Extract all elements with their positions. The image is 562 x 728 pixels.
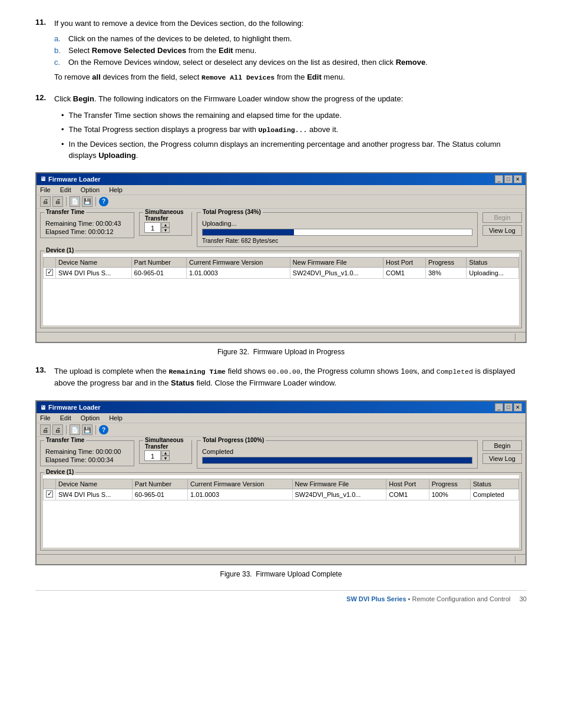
row-new-fw-2: SW24DVI_Plus_v1.0...: [292, 489, 386, 500]
row-status-2: Completed: [470, 489, 518, 500]
figure-33-desc: Firmware Upload Complete: [256, 570, 342, 578]
toolbar-sep-2: [95, 197, 96, 206]
remaining-time-row-2: Remaining Time: 00:00:00: [45, 448, 129, 455]
fw-window-1: 🖥 Firmware Loader _ □ ✕ File Edit Option…: [35, 172, 527, 344]
row-check-2[interactable]: [44, 489, 56, 500]
menu-edit-2[interactable]: Edit: [60, 414, 71, 421]
help-icon-2[interactable]: ?: [99, 425, 108, 434]
step-12-bullets: The Transfer Time section shows the rema…: [61, 110, 527, 162]
begin-button-2[interactable]: Begin: [482, 440, 522, 451]
menu-help-2[interactable]: Help: [109, 414, 123, 421]
row-device-name-1: SW4 DVI Plus S...: [56, 267, 132, 278]
fw-title-2: 🖥 Firmware Loader: [40, 404, 101, 411]
col-status-2: Status: [470, 479, 518, 489]
spin-up-1[interactable]: ▲: [161, 222, 170, 228]
device-table-header-1: Device Name Part Number Current Firmware…: [44, 257, 519, 267]
toolbar-icon-4[interactable]: 💾: [82, 196, 92, 207]
fw-top-row-2: Transfer Time Remaining Time: 00:00:00 E…: [40, 440, 522, 469]
fw-menubar-1: File Edit Option Help: [37, 185, 525, 195]
fw-titlebar-1: 🖥 Firmware Loader _ □ ✕: [37, 173, 525, 185]
fw-top-row-1: Transfer Time Remaining Time: 00:00:43 E…: [40, 212, 522, 247]
bullet-3: In the Devices section, the Progress col…: [61, 139, 527, 162]
toolbar-icon-8[interactable]: 💾: [82, 424, 92, 435]
transfer-time-1: Transfer Time Remaining Time: 00:00:43 E…: [40, 212, 134, 238]
col-host-port-1: Host Port: [384, 257, 426, 267]
transfer-time-label-1: Transfer Time: [44, 209, 86, 215]
menu-option-1[interactable]: Option: [81, 186, 100, 193]
toolbar-icon-5[interactable]: 🖨: [40, 424, 51, 435]
row-part-num-1: 60-965-01: [131, 267, 186, 278]
fw-body-2: Transfer Time Remaining Time: 00:00:00 E…: [37, 437, 525, 554]
elapsed-label-1: Elapsed Time:: [45, 228, 87, 235]
empty-row-2: [44, 500, 519, 548]
simultaneous-input-1[interactable]: 1: [144, 222, 161, 233]
col-device-name-2: Device Name: [56, 479, 133, 489]
spinner-arrows-2[interactable]: ▲ ▼: [161, 450, 170, 461]
toolbar-sep-1: [66, 197, 67, 206]
menu-help-1[interactable]: Help: [109, 186, 123, 193]
col-status-1: Status: [467, 257, 519, 267]
fw-controls-2[interactable]: _ □ ✕: [495, 403, 522, 411]
step-13-content: The upload is complete when the Remainin…: [54, 365, 527, 393]
maximize-button-2[interactable]: □: [504, 403, 513, 411]
fw-bottom-bar-2: [37, 554, 525, 564]
menu-file-2[interactable]: File: [40, 414, 51, 421]
scrollbar-h-1[interactable]: [39, 334, 515, 341]
step-11c: c. On the Remove Devices window, select …: [54, 58, 527, 67]
simultaneous-input-2[interactable]: 1: [144, 450, 161, 461]
toolbar-icon-3[interactable]: 📄: [70, 196, 80, 207]
figure-32-label: Figure 32.: [217, 348, 249, 356]
step-13-text: The upload is complete when the Remainin…: [54, 365, 527, 388]
total-progress-1: Total Progress (34%) Uploading... Transf…: [197, 212, 478, 247]
device-table-wrapper-1: Device Name Part Number Current Firmware…: [43, 253, 519, 326]
elapsed-value-2: 00:00:34: [88, 456, 114, 463]
view-log-button-2[interactable]: View Log: [482, 453, 522, 464]
menu-option-2[interactable]: Option: [81, 414, 100, 421]
close-button-1[interactable]: ✕: [514, 175, 522, 183]
help-icon-1[interactable]: ?: [99, 197, 108, 206]
menu-file-1[interactable]: File: [40, 186, 51, 193]
fw-bottom-bar-1: [37, 332, 525, 342]
step-11c-letter: c.: [54, 58, 68, 67]
scrollbar-corner-1: [515, 334, 523, 341]
view-log-button-1[interactable]: View Log: [482, 225, 522, 236]
progress-fill-1: [203, 229, 294, 235]
menu-edit-1[interactable]: Edit: [60, 186, 71, 193]
total-progress-2: Total Progress (100%) Completed: [197, 440, 478, 469]
row-check-1[interactable]: [44, 267, 56, 278]
spinner-arrows-1[interactable]: ▲ ▼: [161, 222, 170, 233]
elapsed-label-2: Elapsed Time:: [45, 456, 87, 463]
toolbar-icon-7[interactable]: 📄: [70, 424, 80, 435]
elapsed-time-row-2: Elapsed Time: 00:00:34: [45, 456, 129, 463]
footer-section: Remote Configuration and Control: [412, 595, 511, 602]
toolbar-icon-1[interactable]: 🖨: [40, 196, 51, 207]
col-progress-2: Progress: [429, 479, 470, 489]
fw-controls-1[interactable]: _ □ ✕: [495, 175, 522, 183]
minimize-button-2[interactable]: _: [495, 403, 503, 411]
spin-up-2[interactable]: ▲: [161, 450, 170, 456]
fw-window-2: 🖥 Firmware Loader _ □ ✕ File Edit Option…: [35, 400, 527, 565]
spin-down-2[interactable]: ▼: [161, 456, 170, 461]
step-11-content: If you want to remove a device from the …: [54, 18, 527, 87]
transfer-rate-1: Transfer Rate: 682 Bytes/sec: [202, 238, 472, 244]
transfer-time-2: Transfer Time Remaining Time: 00:00:00 E…: [40, 440, 134, 466]
simultaneous-control-1: 1 ▲ ▼: [144, 222, 187, 233]
bullet-2: The Total Progress section displays a pr…: [61, 124, 527, 136]
toolbar-icon-6[interactable]: 🖨: [52, 424, 63, 435]
total-progress-label-1: Total Progress (34%): [201, 209, 263, 215]
step-11-substeps: a. Click on the names of the devices to …: [54, 34, 527, 67]
col-current-fw-2: Current Firmware Version: [188, 479, 292, 489]
step-12: 12. Click Begin. The following indicator…: [35, 93, 527, 165]
fw-toolbar-1: 🖨 🖨 📄 💾 ?: [37, 195, 525, 209]
close-button-2[interactable]: ✕: [514, 403, 522, 411]
maximize-button-1[interactable]: □: [504, 175, 513, 183]
scrollbar-h-2[interactable]: [39, 556, 515, 563]
step-12-content: Click Begin. The following indicators on…: [54, 93, 527, 165]
total-progress-label-2: Total Progress (100%): [201, 437, 266, 443]
toolbar-icon-2[interactable]: 🖨: [52, 196, 63, 207]
minimize-button-1[interactable]: _: [495, 175, 503, 183]
step-11b-text: Select Remove Selected Devices from the …: [68, 46, 527, 55]
spin-down-1[interactable]: ▼: [161, 228, 170, 233]
begin-button-1[interactable]: Begin: [482, 212, 522, 223]
remaining-value-2: 00:00:00: [96, 448, 121, 455]
